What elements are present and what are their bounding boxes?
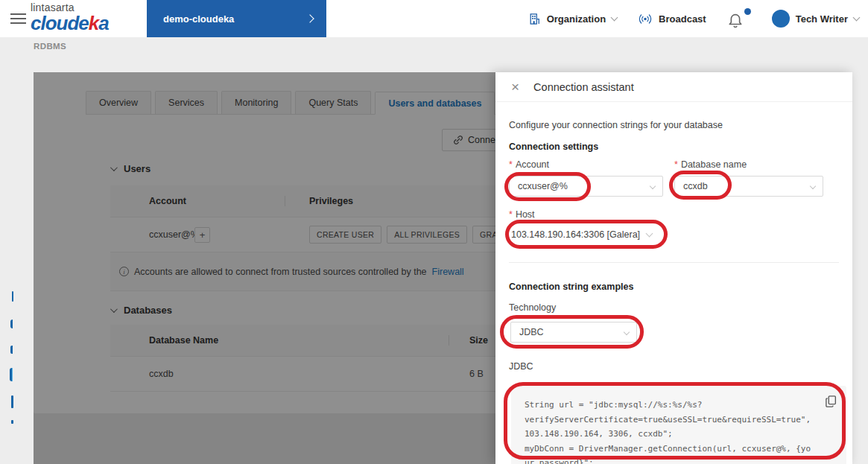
clipped-sidebar-glyph (11, 395, 13, 408)
organization-label: Organization (547, 13, 606, 25)
hamburger-menu-icon[interactable] (10, 13, 26, 24)
notifications-button[interactable] (727, 7, 751, 31)
broadcast-icon (638, 13, 653, 25)
page-body: RDBMS Overview Services Monitoring Query… (0, 37, 868, 464)
screen: lintasarta cloudeka demo-cloudeka (0, 0, 868, 464)
clipped-sidebar-glyph (10, 320, 13, 328)
database-name-select-value: ccxdb (683, 181, 708, 191)
host-select-value: 103.148.190.164:3306 [Galera] (511, 229, 640, 240)
drawer-header: Connection assistant (495, 72, 852, 102)
broadcast-menu[interactable]: Broadcast (638, 13, 706, 25)
organization-menu[interactable]: Organization (528, 13, 617, 25)
connection-settings-heading: Connection settings (509, 142, 598, 152)
account-select-value: ccxuser@% (518, 181, 568, 191)
chevron-down-icon (611, 14, 618, 22)
drawer-title: Connection assistant (533, 81, 634, 93)
drawer-description: Configure your connection strings for yo… (509, 120, 723, 130)
chevron-down-icon (624, 329, 630, 335)
logo-cloudeka-text: cloudeka (31, 13, 109, 33)
code-line: verifyServerCertificate=true&useSSL=true… (525, 413, 814, 428)
cloudeka-logo: lintasarta cloudeka (31, 2, 109, 33)
clipped-sidebar-glyph (10, 346, 13, 354)
project-switcher[interactable]: demo-cloudeka (147, 0, 326, 37)
code-line: myDbConn = DriverManager.getConnection(u… (525, 442, 814, 464)
code-snippet-container: String url = "jdbc:mysql://%s:%s/%s? ver… (511, 386, 846, 464)
code-line: String url = "jdbc:mysql://%s:%s/%s? (525, 398, 814, 413)
code-line: 103.148.190.164, 3306, ccxdb"; (525, 427, 814, 442)
organization-building-icon (528, 13, 541, 25)
bell-icon (727, 12, 744, 30)
jdbc-code-block: String url = "jdbc:mysql://%s:%s/%s? ver… (511, 386, 846, 464)
account-field-label: *Account (509, 159, 549, 170)
database-name-field-label: *Database name (674, 159, 747, 170)
chevron-down-icon (650, 183, 656, 189)
chevron-down-icon (646, 229, 653, 237)
copy-code-button[interactable] (825, 395, 837, 407)
topbar-actions: Organization Broadcast (528, 0, 859, 37)
section-divider (509, 262, 839, 263)
technology-select[interactable]: JDBC (510, 322, 637, 343)
host-select[interactable]: 103.148.190.164:3306 [Galera] (511, 225, 652, 244)
chevron-right-icon (305, 14, 314, 22)
project-name: demo-cloudeka (163, 13, 234, 25)
required-marker: * (674, 159, 678, 170)
connection-string-examples-heading: Connection string examples (509, 282, 633, 292)
breadcrumb: RDBMS (34, 42, 66, 51)
clipped-sidebar-glyph (12, 291, 13, 302)
connection-assistant-drawer: Connection assistant Configure your conn… (495, 72, 852, 464)
copy-icon (825, 395, 837, 407)
chevron-down-icon (853, 14, 861, 22)
jdbc-heading: JDBC (509, 361, 533, 372)
topbar: lintasarta cloudeka demo-cloudeka (0, 0, 868, 37)
technology-label: Technology (509, 302, 556, 313)
host-field-label: *Host (509, 209, 535, 220)
user-avatar (772, 10, 790, 28)
user-name: Tech Writer (796, 13, 848, 25)
required-marker: * (509, 159, 513, 170)
account-select[interactable]: ccxuser@% (509, 176, 663, 197)
logo-lintasarta-text: lintasarta (31, 2, 109, 13)
chevron-down-icon (810, 183, 816, 189)
close-icon[interactable] (511, 80, 519, 94)
technology-select-value: JDBC (519, 327, 544, 337)
notification-badge-dot (744, 8, 751, 15)
clipped-sidebar-glyph (11, 420, 13, 424)
database-name-select[interactable]: ccxdb (674, 176, 823, 197)
broadcast-label: Broadcast (659, 13, 706, 25)
user-menu[interactable]: Tech Writer (772, 10, 859, 28)
required-marker: * (509, 209, 513, 220)
clipped-sidebar-glyph (10, 368, 13, 381)
